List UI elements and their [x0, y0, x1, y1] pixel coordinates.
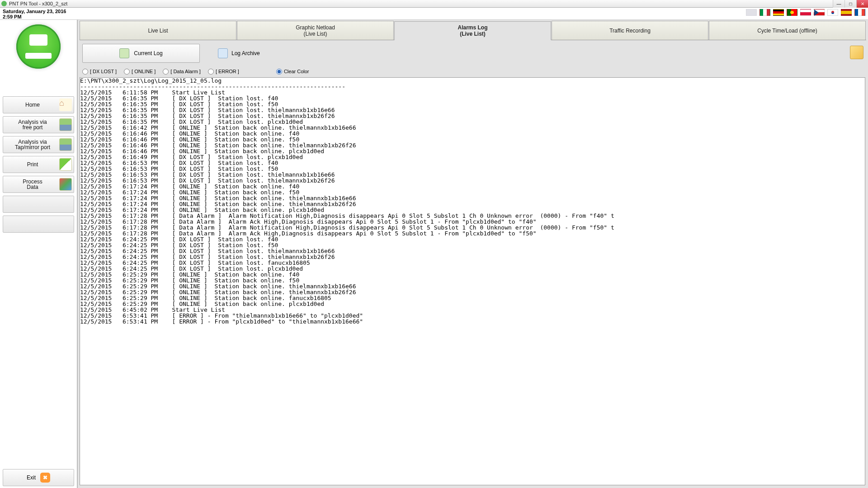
filter-row: [ DX LOST ] [ ONLINE ] [ Data Alarm ] [ …	[78, 66, 868, 76]
exit-label: Exit	[27, 474, 36, 481]
flag-es[interactable]	[841, 9, 852, 16]
window-titlebar: PNT PN Tool - x300_2_szt — □ ✕	[0, 0, 868, 8]
tab-alarms-log-l1: Alarms Log	[458, 24, 487, 31]
log-toolbar: Current Log Log Archive	[78, 40, 868, 66]
language-flags	[746, 9, 865, 16]
data-icon	[59, 178, 72, 191]
tab-traffic-recording-label: Traffic Recording	[609, 28, 651, 34]
empty-button-2[interactable]	[3, 216, 74, 233]
app-icon	[1, 1, 7, 6]
home-icon	[59, 99, 72, 111]
flag-en[interactable]	[746, 9, 757, 16]
print-icon	[59, 158, 72, 171]
main-tabs: Live List Graphic Netload (Live List) Al…	[80, 21, 866, 40]
tab-graphic-netload[interactable]: Graphic Netload (Live List)	[237, 21, 394, 40]
tab-alarms-log[interactable]: Alarms Log (Live List)	[394, 21, 551, 40]
flag-fr[interactable]	[854, 9, 865, 16]
current-date: Saturday, January 23, 2016	[3, 9, 66, 14]
tab-graphic-netload-l2: (Live List)	[303, 31, 327, 37]
filter-dx-lost[interactable]: [ DX LOST ]	[82, 69, 117, 75]
close-button[interactable]: ✕	[856, 0, 868, 8]
minimize-button[interactable]: —	[833, 0, 844, 8]
tab-live-list-label: Live List	[148, 28, 168, 34]
log-archive-icon	[218, 48, 228, 58]
print-label: Print	[3, 162, 59, 167]
main-panel: Live List Graphic Netload (Live List) Al…	[78, 20, 868, 488]
analysis-free-label: Analysis via free port	[3, 119, 59, 130]
current-time: 2:59 PM	[3, 14, 22, 19]
export-icon[interactable]	[850, 46, 863, 59]
date-bar: Saturday, January 23, 2016 2:59 PM	[0, 8, 868, 20]
filter-online[interactable]: [ ONLINE ]	[124, 69, 156, 75]
tab-live-list[interactable]: Live List	[80, 21, 236, 40]
log-archive-label: Log Archive	[231, 50, 260, 56]
analysis-tap-port-button[interactable]: Analysis via Tap/mirror port	[3, 136, 74, 153]
tab-graphic-netload-l1: Graphic Netload	[296, 24, 335, 31]
flag-de[interactable]	[773, 9, 784, 16]
mirror-port-icon	[59, 138, 72, 151]
current-log-button[interactable]: Current Log	[82, 44, 200, 63]
tab-cycle-time-label: Cycle Time/Load (offline)	[757, 28, 817, 34]
filter-error[interactable]: [ ERROR ]	[208, 69, 239, 75]
analysis-free-port-button[interactable]: Analysis via free port	[3, 116, 74, 133]
log-archive-button[interactable]: Log Archive	[218, 48, 260, 58]
flag-pt[interactable]	[787, 9, 797, 16]
flag-cz[interactable]	[814, 9, 825, 16]
flag-kr[interactable]	[827, 9, 838, 16]
process-data-button[interactable]: Process Data	[3, 176, 74, 193]
tab-traffic-recording[interactable]: Traffic Recording	[552, 21, 708, 40]
analysis-tap-label: Analysis via Tap/mirror port	[3, 139, 59, 150]
sidebar: Home Analysis via free port Analysis via…	[0, 20, 78, 488]
home-label: Home	[3, 102, 59, 108]
window-controls: — □ ✕	[833, 0, 868, 8]
tab-cycle-time[interactable]: Cycle Time/Load (offline)	[709, 21, 866, 40]
log-container[interactable]: E:\PNT\x300_2_szt\Log\Log_2015_12_05.log…	[80, 77, 865, 485]
exit-button[interactable]: Exit ✖	[3, 469, 74, 486]
exit-icon: ✖	[40, 473, 50, 483]
flag-pl[interactable]	[800, 9, 811, 16]
tab-alarms-log-l2: (Live List)	[460, 31, 486, 37]
port-icon	[59, 118, 72, 131]
current-log-icon	[119, 48, 129, 58]
print-button[interactable]: Print	[3, 156, 74, 173]
empty-button-1[interactable]	[3, 196, 74, 213]
filter-data-alarm[interactable]: [ Data Alarm ]	[163, 69, 201, 75]
current-log-label: Current Log	[134, 50, 162, 56]
flag-it[interactable]	[760, 9, 770, 16]
process-data-label: Process Data	[3, 179, 59, 190]
network-logo-icon	[16, 24, 61, 69]
log-content: ----------------------------------------…	[80, 84, 865, 324]
home-button[interactable]: Home	[3, 96, 74, 113]
filter-clear-color[interactable]: Clear Color	[276, 69, 309, 75]
maximize-button[interactable]: □	[844, 0, 856, 8]
window-title: PNT PN Tool - x300_2_szt	[9, 1, 67, 6]
